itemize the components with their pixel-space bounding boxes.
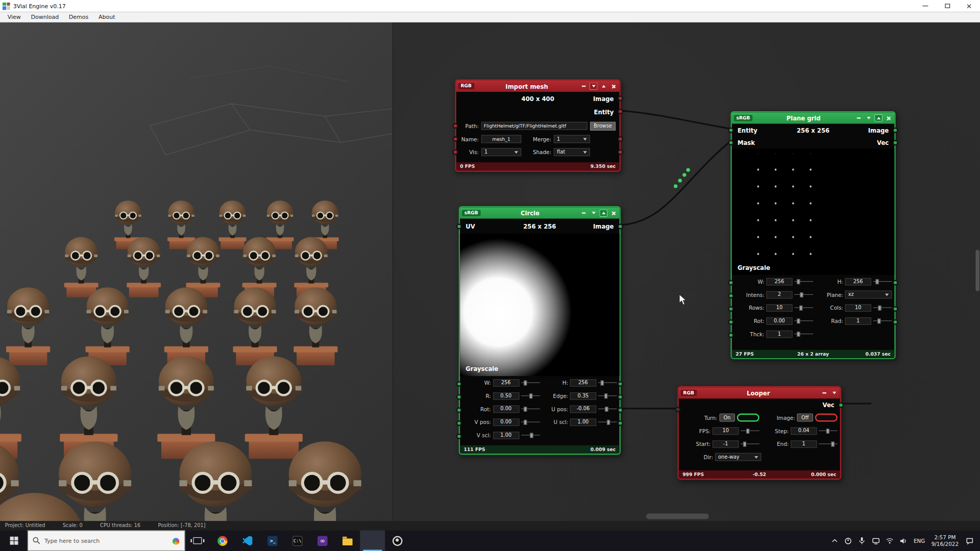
node-editor-canvas[interactable]: RGB Import mesh 400 x 400 Image Entity: [393, 22, 980, 521]
port-uscl-in[interactable]: [618, 420, 623, 426]
taskbar-app-explorer[interactable]: [335, 531, 360, 551]
port-entity-in[interactable]: [728, 128, 734, 133]
port-shade-in[interactable]: [618, 149, 623, 155]
param-input[interactable]: 0.50: [493, 392, 519, 399]
param-slider[interactable]: [521, 392, 540, 399]
port-thck-in[interactable]: [728, 332, 734, 338]
tray-expand-button[interactable]: [827, 531, 841, 551]
port-image-out[interactable]: [618, 223, 623, 229]
port-intens-in[interactable]: [728, 293, 734, 298]
merge-select[interactable]: 1: [554, 135, 590, 143]
title-bar[interactable]: 3Vial Engine v0.17: [0, 0, 980, 12]
port-mask-in[interactable]: [728, 140, 734, 145]
param-slider[interactable]: [794, 278, 813, 285]
node-expand-icon[interactable]: [599, 209, 607, 217]
node-minimize-icon[interactable]: [579, 83, 587, 90]
param-slider[interactable]: [819, 440, 838, 448]
fps-input[interactable]: 10: [713, 427, 739, 435]
port-vpos-in[interactable]: [456, 420, 462, 426]
port-w-in[interactable]: [456, 381, 462, 387]
port-rot-in[interactable]: [728, 319, 734, 325]
window-maximize-icon[interactable]: [936, 0, 958, 12]
node-header[interactable]: RGB Import mesh: [456, 81, 620, 92]
param-slider[interactable]: [598, 405, 617, 413]
param-input[interactable]: 0.00: [493, 405, 519, 413]
node-close-icon[interactable]: [885, 114, 893, 122]
shade-select[interactable]: flat: [554, 148, 590, 156]
param-slider[interactable]: [521, 432, 540, 439]
port-edge-in[interactable]: [618, 394, 623, 400]
port-h-in[interactable]: [893, 280, 898, 286]
param-input[interactable]: 10: [766, 304, 792, 312]
port-h-in[interactable]: [618, 381, 623, 387]
node-collapse-icon[interactable]: [590, 209, 598, 217]
port-in[interactable]: [675, 407, 680, 412]
viewport-3d[interactable]: [0, 22, 393, 521]
port-vec-out[interactable]: [838, 403, 844, 408]
language-indicator[interactable]: ENG: [910, 538, 929, 544]
node-minimize-icon[interactable]: [854, 114, 863, 122]
taskbar-app-visual-studio[interactable]: ∞: [310, 531, 335, 551]
param-slider[interactable]: [598, 418, 617, 426]
dir-select[interactable]: one-way: [715, 453, 762, 461]
param-slider[interactable]: [794, 291, 813, 298]
port-rows-in[interactable]: [728, 306, 734, 312]
param-slider[interactable]: [794, 317, 813, 324]
image-indicator-off[interactable]: [815, 414, 838, 422]
param-slider[interactable]: [521, 418, 540, 426]
port-w-in[interactable]: [728, 280, 734, 286]
vis-select[interactable]: 1: [481, 148, 521, 156]
node-header[interactable]: RGB Looper: [679, 387, 840, 398]
menu-view[interactable]: View: [3, 12, 26, 22]
param-slider[interactable]: [873, 304, 892, 312]
node-looper[interactable]: RGB Looper Vec Turn: On Image: [677, 386, 841, 480]
node-header[interactable]: sRGB Circle: [460, 208, 619, 219]
param-slider[interactable]: [794, 304, 813, 312]
browse-button[interactable]: Browse: [590, 121, 616, 130]
taskbar-clock[interactable]: 2:57 PM 9/16/2022: [929, 534, 962, 547]
taskbar-app-obs[interactable]: [385, 531, 410, 551]
param-input[interactable]: 0.35: [570, 392, 596, 399]
menu-download[interactable]: Download: [26, 12, 64, 22]
param-slider[interactable]: [521, 379, 540, 387]
node-close-icon[interactable]: [609, 209, 618, 217]
port-path-in[interactable]: [453, 123, 458, 129]
param-slider[interactable]: [598, 379, 617, 387]
node-plane-grid[interactable]: sRGB Plane grid Entity 256 x 256 Image M…: [730, 111, 895, 359]
tray-microphone-button[interactable]: [855, 531, 869, 551]
taskbar-app-chrome[interactable]: [210, 531, 235, 551]
node-collapse-icon[interactable]: [590, 83, 598, 90]
port-upos-in[interactable]: [618, 407, 623, 413]
taskbar-app-3vial-engine[interactable]: [360, 531, 385, 551]
node-collapse-icon[interactable]: [830, 389, 838, 397]
turn-indicator-on[interactable]: [737, 414, 760, 422]
param-input[interactable]: 1: [845, 317, 871, 324]
window-close-icon[interactable]: [958, 0, 980, 12]
tray-obs-button[interactable]: [841, 531, 855, 551]
port-vscl-in[interactable]: [456, 434, 462, 439]
search-input[interactable]: [44, 538, 163, 544]
port-entity-out[interactable]: [618, 109, 623, 114]
port-image-out[interactable]: [893, 128, 898, 133]
tray-wifi-button[interactable]: [883, 531, 896, 551]
param-input[interactable]: 2: [766, 291, 792, 298]
search-highlights-icon[interactable]: [173, 538, 179, 544]
param-input[interactable]: 1.00: [493, 432, 519, 439]
format-badge[interactable]: sRGB: [734, 115, 753, 121]
param-input[interactable]: 1: [766, 330, 792, 338]
taskbar-search[interactable]: [28, 531, 185, 551]
format-badge[interactable]: RGB: [458, 83, 474, 89]
port-merge-in[interactable]: [618, 136, 623, 142]
param-input[interactable]: 256: [845, 278, 871, 285]
end-input[interactable]: 1: [791, 440, 817, 448]
vertical-scrollbar-thumb[interactable]: [975, 250, 979, 291]
image-toggle[interactable]: Off: [797, 414, 813, 422]
param-slider[interactable]: [598, 392, 617, 399]
param-slider[interactable]: [521, 405, 540, 413]
param-slider[interactable]: [741, 440, 760, 448]
node-expand-icon[interactable]: [874, 114, 883, 122]
port-uv-in[interactable]: [456, 223, 462, 229]
action-center-button[interactable]: [961, 531, 977, 551]
node-circle[interactable]: sRGB Circle UV 256 x 256 Image Grayscale: [459, 206, 621, 455]
node-collapse-icon[interactable]: [864, 114, 872, 122]
